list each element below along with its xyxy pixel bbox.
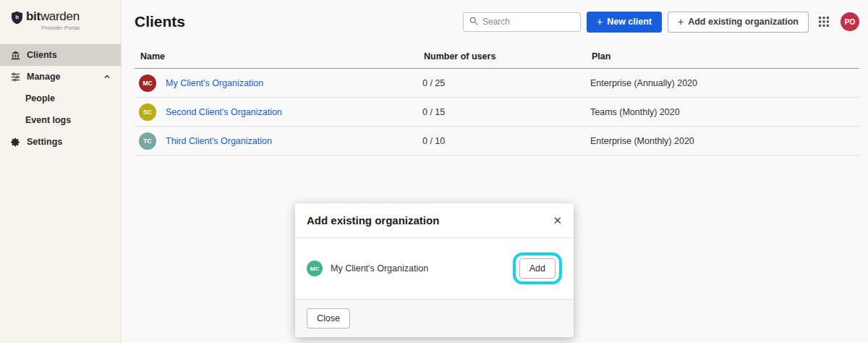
table-row: TC Third Client's Organization 0 / 10 En… xyxy=(135,127,859,156)
modal-org-name: My Client's Organization xyxy=(331,263,428,274)
org-name-link[interactable]: Third Client's Organization xyxy=(166,136,272,146)
sidebar-item-label: Manage xyxy=(27,72,61,82)
sidebar-item-label: Clients xyxy=(27,50,57,60)
table-row: SC Second Client's Organization 0 / 15 T… xyxy=(135,98,859,127)
account-avatar[interactable]: PO xyxy=(841,12,859,31)
org-avatar: TC xyxy=(139,132,156,150)
chevron-up-icon xyxy=(103,73,111,80)
modal-body: MC My Client's Organization Add xyxy=(295,238,574,299)
search-icon xyxy=(469,15,478,28)
sidebar-nav: Clients Manage People Event logs Setting… xyxy=(0,44,121,153)
sidebar-item-people[interactable]: People xyxy=(0,88,121,109)
add-button[interactable]: Add xyxy=(519,258,556,279)
page-header: Clients + New client + Add existing orga… xyxy=(135,11,859,33)
close-button[interactable]: Close xyxy=(307,308,350,329)
plus-icon: + xyxy=(678,17,684,27)
apps-grid-icon[interactable] xyxy=(819,17,829,27)
org-name-link[interactable]: My Client's Organization xyxy=(166,78,263,88)
column-header-plan: Plan xyxy=(592,51,859,62)
search-input[interactable] xyxy=(482,17,574,27)
column-header-name: Name xyxy=(140,51,424,62)
org-plan: Teams (Monthly) 2020 xyxy=(590,107,859,117)
modal-header: Add existing organization ✕ xyxy=(295,203,574,238)
org-plan: Enterprise (Monthly) 2020 xyxy=(590,136,859,146)
bitwarden-shield-icon: b xyxy=(12,11,22,27)
sidebar-item-event-logs[interactable]: Event logs xyxy=(0,109,121,131)
close-icon[interactable]: ✕ xyxy=(553,215,562,226)
add-existing-organization-button[interactable]: + Add existing organization xyxy=(668,12,809,33)
sidebar-item-settings[interactable]: Settings xyxy=(0,131,121,153)
org-name-link[interactable]: Second Client's Organization xyxy=(166,107,282,117)
sliders-icon xyxy=(10,72,20,82)
sidebar: b bitwarden Provider Portal Clients Mana… xyxy=(0,0,122,343)
sidebar-item-label: Event logs xyxy=(25,115,71,125)
sidebar-item-label: People xyxy=(25,93,55,103)
modal-title: Add existing organization xyxy=(307,214,439,226)
svg-text:b: b xyxy=(15,14,19,20)
table-header-row: Name Number of users Plan xyxy=(135,47,859,69)
org-users-count: 0 / 10 xyxy=(422,136,590,146)
org-avatar: SC xyxy=(139,103,156,121)
clients-table: Name Number of users Plan MC My Client's… xyxy=(135,47,859,156)
column-header-users: Number of users xyxy=(424,51,592,62)
logo-wordmark: bitwarden xyxy=(26,9,80,24)
add-existing-organization-modal: Add existing organization ✕ MC My Client… xyxy=(295,203,574,337)
modal-footer: Close xyxy=(295,299,574,337)
search-box xyxy=(463,12,581,32)
org-avatar: MC xyxy=(307,261,323,276)
org-users-count: 0 / 15 xyxy=(422,107,590,117)
logo-subtitle: Provider Portal xyxy=(26,25,80,31)
org-plan: Enterprise (Annually) 2020 xyxy=(590,78,859,88)
sidebar-item-label: Settings xyxy=(27,137,62,147)
sidebar-item-clients[interactable]: Clients xyxy=(0,44,121,66)
page-title: Clients xyxy=(135,13,185,30)
sidebar-item-manage[interactable]: Manage xyxy=(0,66,121,88)
table-row: MC My Client's Organization 0 / 25 Enter… xyxy=(135,69,859,98)
annotation-highlight-ring: Add xyxy=(513,253,562,284)
gear-icon xyxy=(10,137,20,147)
org-avatar: MC xyxy=(139,75,156,92)
new-client-button[interactable]: + New client xyxy=(587,12,662,33)
org-users-count: 0 / 25 xyxy=(422,78,590,88)
plus-icon: + xyxy=(597,17,603,27)
app-logo: b bitwarden Provider Portal xyxy=(0,0,121,38)
bank-icon xyxy=(10,51,20,60)
